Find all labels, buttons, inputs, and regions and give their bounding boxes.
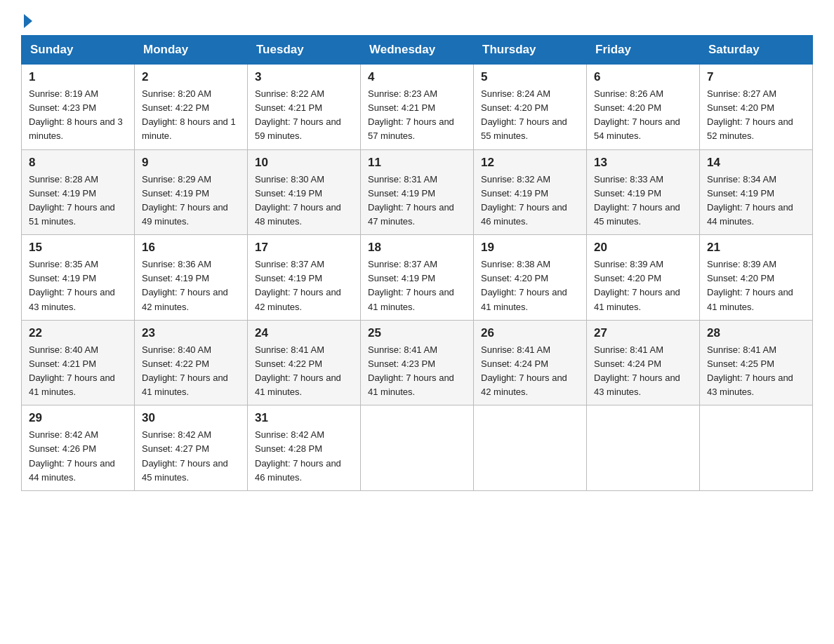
day-cell-16: 16Sunrise: 8:36 AMSunset: 4:19 PMDayligh… [135,235,248,321]
day-info: Sunrise: 8:37 AMSunset: 4:19 PMDaylight:… [255,257,353,314]
day-cell-13: 13Sunrise: 8:33 AMSunset: 4:19 PMDayligh… [587,149,700,235]
week-row-2: 8Sunrise: 8:28 AMSunset: 4:19 PMDaylight… [22,149,813,235]
day-info: Sunrise: 8:32 AMSunset: 4:19 PMDaylight:… [481,173,579,229]
empty-cell [474,405,587,491]
day-info: Sunrise: 8:42 AMSunset: 4:28 PMDaylight:… [255,428,353,485]
day-info: Sunrise: 8:42 AMSunset: 4:26 PMDaylight:… [29,428,127,485]
weekday-header-row: SundayMondayTuesdayWednesdayThursdayFrid… [22,36,813,65]
day-info: Sunrise: 8:41 AMSunset: 4:24 PMDaylight:… [594,343,692,400]
empty-cell [587,405,700,491]
day-info: Sunrise: 8:27 AMSunset: 4:20 PMDaylight:… [707,87,805,144]
day-cell-1: 1Sunrise: 8:19 AMSunset: 4:23 PMDaylight… [22,65,135,150]
logo [21,14,32,28]
empty-cell [361,405,474,491]
day-cell-11: 11Sunrise: 8:31 AMSunset: 4:19 PMDayligh… [361,149,474,235]
day-number: 24 [255,326,353,340]
day-number: 2 [142,70,240,84]
weekday-header-saturday: Saturday [700,36,813,65]
day-number: 6 [594,70,692,84]
day-info: Sunrise: 8:36 AMSunset: 4:19 PMDaylight:… [142,257,240,314]
day-cell-23: 23Sunrise: 8:40 AMSunset: 4:22 PMDayligh… [135,320,248,405]
day-cell-24: 24Sunrise: 8:41 AMSunset: 4:22 PMDayligh… [248,320,361,405]
logo-blue-text [21,14,32,28]
day-number: 1 [29,70,127,84]
day-cell-5: 5Sunrise: 8:24 AMSunset: 4:20 PMDaylight… [474,65,587,150]
day-number: 7 [707,70,805,84]
day-cell-2: 2Sunrise: 8:20 AMSunset: 4:22 PMDaylight… [135,65,248,150]
day-cell-28: 28Sunrise: 8:41 AMSunset: 4:25 PMDayligh… [700,320,813,405]
page-header [21,14,813,28]
calendar-table: SundayMondayTuesdayWednesdayThursdayFrid… [21,35,813,491]
day-info: Sunrise: 8:42 AMSunset: 4:27 PMDaylight:… [142,428,240,485]
day-info: Sunrise: 8:39 AMSunset: 4:20 PMDaylight:… [594,257,692,314]
day-number: 17 [255,241,353,255]
day-info: Sunrise: 8:23 AMSunset: 4:21 PMDaylight:… [368,87,466,144]
day-cell-3: 3Sunrise: 8:22 AMSunset: 4:21 PMDaylight… [248,65,361,150]
day-cell-4: 4Sunrise: 8:23 AMSunset: 4:21 PMDaylight… [361,65,474,150]
week-row-3: 15Sunrise: 8:35 AMSunset: 4:19 PMDayligh… [22,235,813,321]
day-info: Sunrise: 8:20 AMSunset: 4:22 PMDaylight:… [142,87,240,144]
day-cell-18: 18Sunrise: 8:37 AMSunset: 4:19 PMDayligh… [361,235,474,321]
day-info: Sunrise: 8:26 AMSunset: 4:20 PMDaylight:… [594,87,692,144]
day-number: 15 [29,241,127,255]
weekday-header-friday: Friday [587,36,700,65]
day-number: 4 [368,70,466,84]
day-info: Sunrise: 8:34 AMSunset: 4:19 PMDaylight:… [707,173,805,229]
day-cell-14: 14Sunrise: 8:34 AMSunset: 4:19 PMDayligh… [700,149,813,235]
day-cell-22: 22Sunrise: 8:40 AMSunset: 4:21 PMDayligh… [22,320,135,405]
empty-cell [700,405,813,491]
day-info: Sunrise: 8:28 AMSunset: 4:19 PMDaylight:… [29,173,127,229]
day-number: 26 [481,326,579,340]
day-info: Sunrise: 8:33 AMSunset: 4:19 PMDaylight:… [594,173,692,229]
day-number: 9 [142,156,240,170]
day-number: 12 [481,156,579,170]
week-row-4: 22Sunrise: 8:40 AMSunset: 4:21 PMDayligh… [22,320,813,405]
day-info: Sunrise: 8:39 AMSunset: 4:20 PMDaylight:… [707,257,805,314]
day-cell-15: 15Sunrise: 8:35 AMSunset: 4:19 PMDayligh… [22,235,135,321]
day-cell-30: 30Sunrise: 8:42 AMSunset: 4:27 PMDayligh… [135,405,248,491]
day-cell-10: 10Sunrise: 8:30 AMSunset: 4:19 PMDayligh… [248,149,361,235]
day-number: 27 [594,326,692,340]
day-number: 5 [481,70,579,84]
day-cell-25: 25Sunrise: 8:41 AMSunset: 4:23 PMDayligh… [361,320,474,405]
day-info: Sunrise: 8:41 AMSunset: 4:24 PMDaylight:… [481,343,579,400]
day-info: Sunrise: 8:29 AMSunset: 4:19 PMDaylight:… [142,173,240,229]
day-cell-9: 9Sunrise: 8:29 AMSunset: 4:19 PMDaylight… [135,149,248,235]
day-info: Sunrise: 8:31 AMSunset: 4:19 PMDaylight:… [368,173,466,229]
day-number: 22 [29,326,127,340]
day-info: Sunrise: 8:35 AMSunset: 4:19 PMDaylight:… [29,257,127,314]
weekday-header-sunday: Sunday [22,36,135,65]
day-number: 10 [255,156,353,170]
day-cell-6: 6Sunrise: 8:26 AMSunset: 4:20 PMDaylight… [587,65,700,150]
weekday-header-wednesday: Wednesday [361,36,474,65]
day-info: Sunrise: 8:22 AMSunset: 4:21 PMDaylight:… [255,87,353,144]
day-info: Sunrise: 8:37 AMSunset: 4:19 PMDaylight:… [368,257,466,314]
day-number: 25 [368,326,466,340]
day-cell-31: 31Sunrise: 8:42 AMSunset: 4:28 PMDayligh… [248,405,361,491]
day-number: 31 [255,411,353,425]
day-info: Sunrise: 8:19 AMSunset: 4:23 PMDaylight:… [29,87,127,144]
weekday-header-tuesday: Tuesday [248,36,361,65]
day-number: 8 [29,156,127,170]
day-info: Sunrise: 8:40 AMSunset: 4:21 PMDaylight:… [29,343,127,400]
day-cell-26: 26Sunrise: 8:41 AMSunset: 4:24 PMDayligh… [474,320,587,405]
day-info: Sunrise: 8:30 AMSunset: 4:19 PMDaylight:… [255,173,353,229]
logo-triangle-icon [24,14,32,28]
day-number: 20 [594,241,692,255]
day-cell-21: 21Sunrise: 8:39 AMSunset: 4:20 PMDayligh… [700,235,813,321]
day-info: Sunrise: 8:41 AMSunset: 4:22 PMDaylight:… [255,343,353,400]
day-cell-7: 7Sunrise: 8:27 AMSunset: 4:20 PMDaylight… [700,65,813,150]
day-number: 11 [368,156,466,170]
day-info: Sunrise: 8:40 AMSunset: 4:22 PMDaylight:… [142,343,240,400]
day-info: Sunrise: 8:38 AMSunset: 4:20 PMDaylight:… [481,257,579,314]
day-number: 13 [594,156,692,170]
day-cell-27: 27Sunrise: 8:41 AMSunset: 4:24 PMDayligh… [587,320,700,405]
day-info: Sunrise: 8:41 AMSunset: 4:23 PMDaylight:… [368,343,466,400]
day-number: 30 [142,411,240,425]
day-cell-17: 17Sunrise: 8:37 AMSunset: 4:19 PMDayligh… [248,235,361,321]
day-cell-29: 29Sunrise: 8:42 AMSunset: 4:26 PMDayligh… [22,405,135,491]
day-number: 28 [707,326,805,340]
day-cell-19: 19Sunrise: 8:38 AMSunset: 4:20 PMDayligh… [474,235,587,321]
day-number: 19 [481,241,579,255]
day-number: 14 [707,156,805,170]
